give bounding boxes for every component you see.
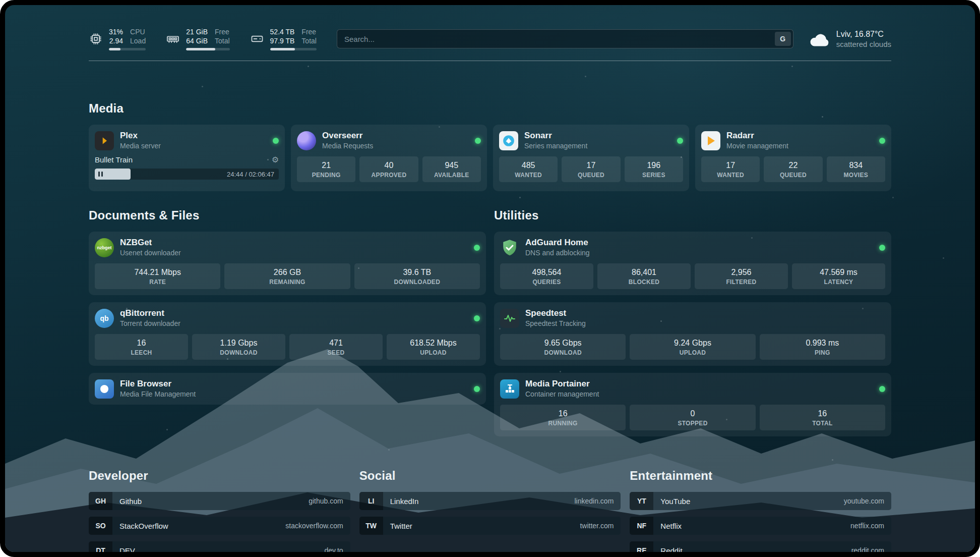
service-card-nzbget[interactable]: nzbget NZBGet Usenet downloader 744.21 M… <box>89 232 486 295</box>
status-dot <box>879 138 885 144</box>
service-name: Radarr <box>726 131 788 141</box>
service-desc: Movie management <box>726 142 788 150</box>
service-name: NZBGet <box>120 238 181 248</box>
status-dot <box>879 245 885 251</box>
bookmark-name: StackOverflow <box>119 522 168 530</box>
status-dot <box>677 138 683 144</box>
adguard-icon <box>500 238 519 257</box>
memory-free-label: Free <box>215 27 230 36</box>
bookmark-linkedin[interactable]: LI LinkedIn linkedin.com <box>359 492 621 510</box>
service-card-radarr[interactable]: Radarr Movie management 17 WANTED 22 QUE… <box>695 125 891 191</box>
cpu-icon <box>89 32 103 46</box>
stat-movies: 834 MOVIES <box>827 156 885 182</box>
nzbget-icon-text: nzbget <box>97 245 112 250</box>
bookmark-name: Twitter <box>390 522 412 530</box>
bookmark-abbr: DT <box>89 541 112 557</box>
stat-approved: 40 APPROVED <box>359 156 418 182</box>
pause-icon[interactable] <box>98 172 103 177</box>
service-card-portainer[interactable]: Media Portainer Container management 16 … <box>494 373 891 436</box>
service-card-adguard[interactable]: AdGuard Home DNS and adblocking 498,564 … <box>494 232 891 295</box>
stat-downloaded: 39.6 TB DOWNLOADED <box>354 263 480 289</box>
bookmark-youtube[interactable]: YT YouTube youtube.com <box>630 492 891 510</box>
bookmark-url: dev.to <box>325 546 343 554</box>
service-name: Overseerr <box>322 131 373 141</box>
bookmark-url: linkedin.com <box>575 497 614 505</box>
bookmarks-entertainment: Entertainment YT YouTube youtube.com NF … <box>630 469 891 557</box>
speedtest-icon <box>500 309 519 328</box>
disk-total-label: Total <box>301 36 317 45</box>
memory-progress-bar <box>186 48 229 50</box>
search-input[interactable] <box>337 29 793 48</box>
service-card-qbittorrent[interactable]: qb qBittorrent Torrent downloader 16 <box>89 302 486 366</box>
service-card-filebrowser[interactable]: File Browser Media File Management <box>89 373 486 405</box>
bookmark-name: Netflix <box>660 522 682 530</box>
bookmark-reddit[interactable]: RE Reddit reddit.com <box>630 541 891 557</box>
bookmark-name: Reddit <box>660 546 682 555</box>
section-title-developer: Developer <box>89 469 350 483</box>
memory-total-value: 64 GiB <box>186 36 208 45</box>
stat-wanted: 17 WANTED <box>701 156 760 182</box>
service-card-overseerr[interactable]: Overseerr Media Requests 21 PENDING 40 A… <box>291 125 487 191</box>
cpu-load-label: Load <box>130 36 146 45</box>
cloud-icon <box>809 31 830 47</box>
disk-total-value: 97.9 TB <box>270 36 295 45</box>
plex-player-bar[interactable]: 24:44 / 02:06:47 <box>95 169 279 180</box>
radarr-icon <box>701 131 720 150</box>
service-card-sonarr[interactable]: Sonarr Series management 485 WANTED 17 Q… <box>493 125 689 191</box>
cpu-progress-bar <box>109 48 146 50</box>
stat-remaining: 266 GB REMAINING <box>224 263 350 289</box>
plex-icon <box>95 131 114 150</box>
bookmark-name: Github <box>119 497 142 506</box>
stat-total: 16 TOTAL <box>760 405 885 430</box>
disk-free-label: Free <box>301 27 317 36</box>
disk-progress-bar <box>270 48 317 50</box>
service-desc: Media server <box>120 142 161 150</box>
stat-available: 945 AVAILABLE <box>422 156 481 182</box>
bookmark-abbr: NF <box>630 517 653 535</box>
disk-icon <box>250 32 264 46</box>
service-card-plex[interactable]: Plex Media server Bullet Train ⚙ 24:44 /… <box>89 125 285 191</box>
cpu-widget: 31% 2.94 CPU Load <box>89 27 146 50</box>
service-name: qBittorrent <box>120 308 180 318</box>
snow-particles <box>5 5 7 7</box>
bookmark-github[interactable]: GH Github github.com <box>89 492 350 510</box>
service-desc: Torrent downloader <box>120 319 180 328</box>
section-title-social: Social <box>359 469 621 483</box>
cpu-usage-value: 31% <box>109 27 123 36</box>
stat-leech: 16 LEECH <box>95 334 188 360</box>
player-time: 24:44 / 02:06:47 <box>227 171 274 178</box>
bookmark-stackoverflow[interactable]: SO StackOverflow stackoverflow.com <box>89 517 350 535</box>
weather-widget[interactable]: Lviv, 16.87°C scattered clouds <box>809 29 891 49</box>
section-title-entertainment: Entertainment <box>630 469 891 483</box>
nzbget-icon: nzbget <box>95 238 114 257</box>
section-media: Media Plex Media server Bullet <box>89 101 891 191</box>
bookmark-url: twitter.com <box>580 522 614 530</box>
search-engine-button[interactable]: G <box>775 32 791 46</box>
bookmark-dev[interactable]: DT DEV dev.to <box>89 541 350 557</box>
service-desc: Media Requests <box>322 142 373 150</box>
bookmark-netflix[interactable]: NF Netflix netflix.com <box>630 517 891 535</box>
bookmark-url: stackoverflow.com <box>285 522 343 530</box>
bookmark-name: YouTube <box>660 497 690 506</box>
stat-queries: 498,564 QUERIES <box>500 263 593 289</box>
qbittorrent-icon: qb <box>95 309 114 328</box>
gear-icon[interactable]: ⚙ <box>272 156 279 164</box>
bookmark-abbr: RE <box>630 541 653 557</box>
service-desc: Series management <box>524 142 587 150</box>
memory-free-value: 21 GiB <box>186 27 208 36</box>
disk-free-value: 52.4 TB <box>270 27 295 36</box>
stat-pending: 21 PENDING <box>297 156 355 182</box>
stat-filtered: 2,956 FILTERED <box>695 263 788 289</box>
portainer-icon <box>500 379 519 399</box>
weather-condition: scattered clouds <box>836 39 891 49</box>
overseerr-icon <box>297 131 316 150</box>
stat-download: 1.19 Gbps DOWNLOAD <box>192 334 285 360</box>
section-utilities: Utilities <box>494 208 891 436</box>
bookmark-twitter[interactable]: TW Twitter twitter.com <box>359 517 621 535</box>
stat-series: 196 SERIES <box>625 156 683 182</box>
status-dot <box>474 315 480 321</box>
disk-widget: 52.4 TB 97.9 TB Free Total <box>250 27 317 50</box>
weather-location: Lviv, 16.87°C <box>836 29 891 39</box>
service-desc: Usenet downloader <box>120 249 181 257</box>
service-card-speedtest[interactable]: Speedtest Speedtest Tracking 9.65 Gbps D… <box>494 302 891 366</box>
